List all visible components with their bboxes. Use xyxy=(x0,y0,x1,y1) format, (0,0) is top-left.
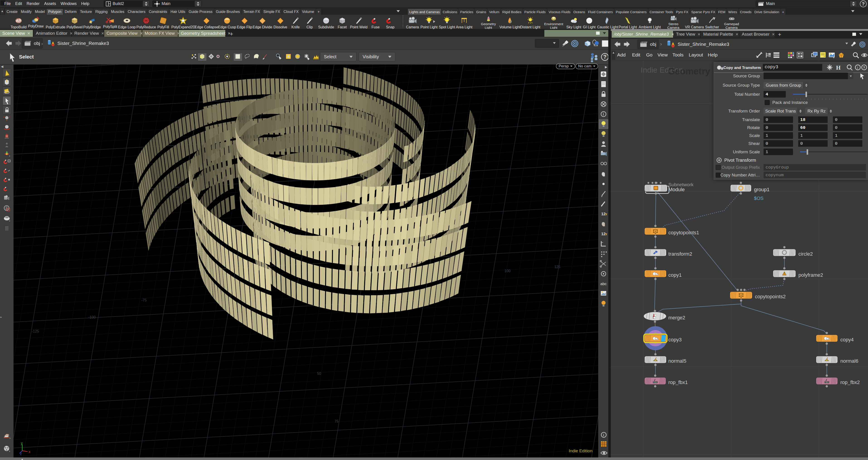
svg-text:copytopoints2: copytopoints2 xyxy=(755,294,786,299)
svg-text:Subnetwork: Subnetwork xyxy=(668,182,693,187)
svg-text:copytopoints1: copytopoints1 xyxy=(668,230,699,235)
svg-text:H: H xyxy=(836,64,841,71)
svg-text:transform2: transform2 xyxy=(668,251,692,257)
svg-text:Module: Module xyxy=(668,187,685,192)
svg-text:x: x xyxy=(29,450,30,454)
svg-text:circle2: circle2 xyxy=(799,251,813,257)
svg-text:Geometry: Geometry xyxy=(668,66,710,76)
svg-text:22k: 22k xyxy=(6,217,8,218)
svg-text:normal5: normal5 xyxy=(668,358,686,364)
svg-text:i: i xyxy=(603,433,604,437)
svg-text:group1: group1 xyxy=(754,187,770,192)
svg-text:abc: abc xyxy=(600,282,607,286)
svg-text:FBX: FBX xyxy=(825,381,829,383)
svg-text:FBX: FBX xyxy=(653,381,657,383)
svg-text:rop_fbx2: rop_fbx2 xyxy=(840,379,860,385)
svg-text:rop_fbx1: rop_fbx1 xyxy=(668,379,688,385)
svg-text:copy3: copy3 xyxy=(668,337,682,343)
svg-text:copy4: copy4 xyxy=(840,337,854,343)
svg-text:normal6: normal6 xyxy=(840,358,858,364)
svg-text:polyframe2: polyframe2 xyxy=(799,272,823,278)
svg-text:$OS: $OS xyxy=(754,196,764,201)
svg-text:y: y xyxy=(21,442,23,445)
svg-text:z: z xyxy=(20,452,22,455)
svg-text:12: 12 xyxy=(601,232,606,236)
svg-text:?: ? xyxy=(863,65,865,69)
svg-text:i: i xyxy=(603,112,604,116)
svg-text:+: + xyxy=(833,56,835,59)
svg-text:copy1: copy1 xyxy=(668,272,682,278)
svg-text:merge2: merge2 xyxy=(668,315,685,320)
svg-text:12: 12 xyxy=(601,212,606,216)
svg-text:i: i xyxy=(857,66,858,69)
